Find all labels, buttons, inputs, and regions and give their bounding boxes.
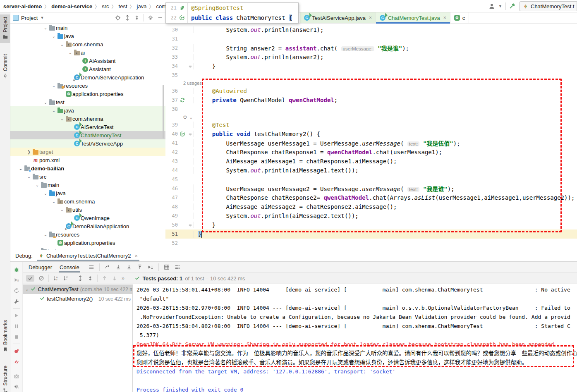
tree-chevron-icon[interactable]: ⌄	[43, 191, 48, 196]
build-hammer-icon[interactable]	[509, 3, 516, 10]
stop-icon[interactable]	[14, 334, 19, 340]
debug-session-tab[interactable]: ChatMemoryTest.testChatMemory2 ×	[37, 250, 139, 261]
pause-icon[interactable]	[14, 323, 19, 329]
run-test-gutter-icon[interactable]	[178, 131, 187, 137]
expand-all-icon[interactable]	[77, 275, 83, 281]
spring-bean-gutter-icon[interactable]	[178, 97, 187, 103]
run-test-gutter-icon[interactable]	[177, 15, 187, 21]
tree-chevron-icon[interactable]: ⌄	[67, 50, 73, 55]
tree-chevron-icon[interactable]: ⌄	[43, 232, 48, 237]
editor-line-35[interactable]: 35	[165, 71, 577, 80]
breadcrumb-item[interactable]: demo-ai-service	[51, 3, 92, 10]
close-icon[interactable]: ×	[443, 15, 446, 21]
chevron-down-icon[interactable]: ▼	[40, 16, 44, 20]
minus-icon[interactable]	[157, 15, 163, 21]
editor-line-52[interactable]: 52	[165, 239, 577, 248]
tree-item-assistant[interactable]: IAssistant	[10, 65, 165, 73]
tree-item-src[interactable]: ⌄src	[10, 172, 165, 181]
tree-chevron-icon[interactable]: ⌄	[59, 42, 65, 47]
sort-az-icon[interactable]: az	[53, 275, 59, 281]
grid-icon[interactable]	[164, 264, 170, 270]
editor-line-37[interactable]: 37 private QwenChatModel qwenChatModel;	[165, 96, 577, 105]
console-output[interactable]: 2026-03-26T15:58:01.441+08:00 INFO 14004…	[133, 285, 577, 392]
tree-item-application-properties[interactable]: ⚙application.properties	[10, 239, 165, 247]
panel-divider[interactable]	[132, 284, 133, 392]
test-result-chatmemorytest[interactable]: ⌄ChatMemoryTest (com.she10 sec 422 ms	[23, 284, 132, 294]
editor-line-33[interactable]: 33 System.out.println(answer2);	[165, 53, 577, 62]
editor-line-32[interactable]: 32 String answer2 = assistant.chat( user…	[165, 43, 577, 53]
tree-chevron-icon[interactable]: ⌄	[25, 287, 29, 292]
tree-item-test[interactable]: ⌄test	[10, 98, 165, 106]
editor-tab-chatmemorytest-java[interactable]: CChatMemoryTest.java×	[376, 12, 450, 23]
down-to-bar-icon[interactable]	[115, 264, 121, 270]
tree-item-application-properties[interactable]: ⚙application.properties	[10, 90, 165, 98]
editor-line-34[interactable]: 34 }	[165, 62, 577, 71]
tree-chevron-icon[interactable]: ⌄	[18, 166, 24, 171]
bug-icon[interactable]	[14, 267, 19, 272]
record-icon[interactable]	[14, 348, 19, 354]
tree-item-target[interactable]: ❯target	[10, 148, 165, 156]
editor-line-49[interactable]: 49 System.out.println(aiMessage2.text())…	[165, 211, 577, 220]
tree-item-main[interactable]: ⌄main	[10, 24, 165, 32]
editor-tab-testaiserviceapp-java[interactable]: CTestAiServiceApp.java×	[300, 12, 376, 23]
editor-line-39[interactable]: 39 @Test	[165, 120, 577, 129]
resume-icon[interactable]	[14, 313, 19, 318]
breadcrumb-item[interactable]: com	[156, 3, 166, 10]
tree-chevron-icon[interactable]: ⌄	[34, 183, 40, 187]
tree-item-java[interactable]: ⌄java	[10, 106, 165, 115]
tree-item-main[interactable]: ⌄main	[10, 181, 165, 189]
stripe-button-bookmarks[interactable]: Bookmarks	[0, 318, 10, 356]
tree-chevron-icon[interactable]: ⌄	[43, 26, 48, 30]
tree-item-java[interactable]: ⌄java	[10, 189, 165, 197]
expand-all-icon[interactable]	[124, 15, 130, 21]
editor-line-42[interactable]: 42 ChatResponse chatResponse1 = qwenChat…	[165, 148, 577, 157]
tree-item-qwenimage[interactable]: CQwenImage	[10, 214, 165, 222]
tree-item-utils[interactable]: ⌄utils	[10, 206, 165, 214]
arrow-up-icon[interactable]	[102, 275, 108, 281]
fold-marker-icon[interactable]	[187, 64, 194, 68]
stripe-button-structure[interactable]: Structure	[0, 363, 10, 392]
tree-scrollbar[interactable]	[163, 85, 164, 139]
debug-tab-console[interactable]: Console	[59, 262, 80, 272]
tree-item-com-shenma[interactable]: ⌄com.shenma	[10, 197, 165, 206]
breadcrumb-item[interactable]: server-ai-demo	[3, 3, 42, 10]
tree-item-resources[interactable]: ⌄resources	[10, 81, 165, 90]
editor-line-50[interactable]: 50 }	[165, 220, 577, 229]
rerun-icon[interactable]	[14, 288, 19, 294]
tree-item-pom-xml[interactable]: mpom.xml	[10, 156, 165, 164]
stripe-button-project[interactable]: Project	[0, 14, 10, 43]
editor-line-45[interactable]: 45	[165, 175, 577, 184]
close-icon[interactable]: ×	[369, 15, 372, 21]
curved-arrow-icon[interactable]	[105, 264, 110, 270]
usages-hint[interactable]: 2 usages	[165, 80, 577, 86]
tree-item-java[interactable]: ⌄java	[10, 32, 165, 40]
run-to-cursor-icon[interactable]	[148, 264, 153, 270]
tree-chevron-icon[interactable]: ⌄	[59, 208, 65, 212]
tree-item-ai[interactable]: ⌄ai	[10, 48, 165, 57]
arrow-down-icon[interactable]	[112, 275, 117, 281]
slash-circle-icon[interactable]	[38, 275, 44, 281]
editor-line-36[interactable]: 36 @Autowired	[165, 86, 577, 96]
tree-item-demobailianapplication[interactable]: CDemoBailianApplication	[10, 222, 165, 230]
tree-item-testaiserviceapp[interactable]: CTestAiServiceApp	[10, 139, 165, 148]
collapse-all-icon[interactable]	[134, 15, 140, 21]
tree-chevron-icon[interactable]: ⌄	[51, 108, 57, 113]
editor-line-31[interactable]: 31	[165, 34, 577, 43]
chevrons-icon[interactable]: »	[122, 275, 124, 281]
mute-icon[interactable]	[14, 359, 19, 365]
close-icon[interactable]: ×	[134, 253, 138, 259]
gear-menu-icon[interactable]	[14, 384, 19, 390]
tree-item-com-shenma[interactable]: ⌄com.shenma	[10, 40, 165, 48]
tree-item-test[interactable]: ⌄test	[10, 247, 165, 250]
tree-item-com-shenma[interactable]: ⌄com.shenma	[10, 115, 165, 123]
collapse-all-icon[interactable]	[87, 275, 93, 281]
tree-chevron-icon[interactable]: ⌄	[51, 199, 57, 204]
editor-line-40[interactable]: 40 public void testChatMemory2() {	[165, 129, 577, 139]
check-toggle-icon[interactable]	[26, 275, 34, 282]
breadcrumb-item[interactable]: java	[137, 3, 147, 10]
tree-item-chatmemorytest[interactable]: CChatMemoryTest	[10, 131, 165, 139]
run-configuration-select[interactable]: ChatMemoryTest.t	[519, 1, 577, 11]
editor-tab-c[interactable]: ⚙c	[450, 12, 469, 23]
fold-marker-icon[interactable]	[187, 223, 194, 227]
editor-line-38[interactable]: 38	[165, 105, 577, 114]
